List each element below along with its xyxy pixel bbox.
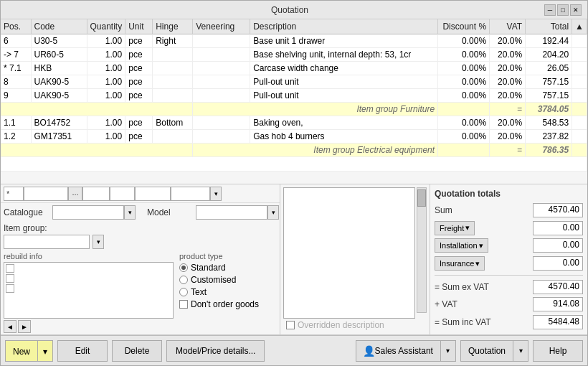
cell-veneer (193, 75, 250, 89)
installation-btn[interactable]: Installation ▾ (435, 238, 488, 253)
veneering-dropdown-btn[interactable]: ▾ (210, 187, 222, 201)
quotation-arrow[interactable]: ▾ (513, 341, 528, 361)
scroll-col-header: ▲ (572, 19, 587, 34)
item-input-row: ... ▾ (1, 184, 280, 203)
radio-customised[interactable] (179, 276, 188, 284)
cell-scroll (572, 130, 587, 144)
cell-vat: 20.0% (490, 116, 526, 130)
table-row[interactable]: 1.1 BO14752 1.00 pce Bottom Baking oven,… (1, 116, 587, 130)
cell-scroll (572, 48, 587, 62)
sales-assistant-button[interactable]: 👤 Sales Assistant (356, 341, 441, 361)
item-group-dropdown-btn[interactable]: ▾ (93, 235, 104, 249)
rebuild-checkbox-2[interactable] (6, 274, 14, 283)
sum-inc-vat-row: = Sum inc VAT 5484.48 (435, 314, 583, 330)
cell-unit: pce (125, 89, 153, 103)
model-select-control: ▾ (196, 205, 279, 220)
table-row-empty[interactable] (1, 157, 587, 172)
col-header-pos: Pos. (1, 19, 31, 34)
close-button[interactable]: ✕ (570, 4, 582, 16)
table-row[interactable]: 6 U30-5 1.00 pce Right Base unit 1 drawe… (1, 34, 587, 48)
cell-disc: 0.00% (438, 75, 490, 89)
rebuild-left: rebuild info (4, 252, 174, 333)
rebuild-prev-btn[interactable]: ◄ (4, 320, 16, 333)
sales-assistant-arrow[interactable]: ▾ (441, 341, 455, 361)
freight-arrow-icon: ▾ (465, 223, 470, 233)
cell-unit: pce (125, 48, 153, 62)
catalogue-dropdown-btn[interactable]: ▾ (124, 205, 136, 220)
catalogue-input[interactable] (52, 205, 124, 220)
new-button-group: New ▾ (5, 340, 53, 362)
help-button[interactable]: Help (533, 340, 583, 362)
cell-desc: Base unit 1 drawer (250, 34, 438, 48)
table-row[interactable]: -> 7 UR60-5 1.00 pce Base shelving unit,… (1, 48, 587, 62)
overridden-checkbox[interactable] (286, 321, 295, 329)
cell-pos: 9 (1, 89, 31, 103)
totals-panel: Quotation totals Sum 4570.40 Freight ▾ 0… (430, 184, 587, 334)
item-group-input[interactable] (4, 235, 90, 249)
table-row[interactable]: * 7.1 HKB 1.00 pce Carcase width change … (1, 62, 587, 75)
cell-total: 548.53 (526, 116, 572, 130)
quantity-input[interactable] (82, 187, 110, 201)
rebuild-next-btn[interactable]: ► (18, 320, 31, 333)
delete-button[interactable]: Delete (112, 340, 162, 362)
new-button[interactable]: New (6, 341, 38, 362)
quotation-table: Pos. Code Quantity Unit Hinge Veneering … (1, 19, 587, 172)
code-lookup-btn[interactable]: ... (68, 187, 82, 201)
new-dropdown-arrow[interactable]: ▾ (38, 341, 52, 362)
cell-desc: Base shelving unit, internal depth: 53, … (250, 48, 438, 62)
edit-button[interactable]: Edit (57, 340, 108, 362)
restore-button[interactable]: □ (557, 4, 569, 16)
insurance-value: 0.00 (533, 256, 583, 271)
veneering-input[interactable] (171, 187, 210, 201)
radio-text[interactable] (179, 288, 188, 296)
unit-input[interactable] (110, 187, 135, 201)
cell-disc: 0.00% (438, 116, 490, 130)
cell-code: U30-5 (31, 34, 87, 48)
cell-qty: 1.00 (87, 116, 125, 130)
col-header-total: Total (526, 19, 572, 34)
sum-inc-vat-value: 5484.48 (533, 315, 583, 329)
radio-standard[interactable] (179, 263, 188, 272)
toolbar: New ▾ Edit Delete Model/Price details...… (1, 335, 587, 365)
cell-pos: 1.1 (1, 116, 31, 130)
dont-order-checkbox[interactable] (179, 300, 188, 309)
cell-qty: 1.00 (87, 130, 125, 144)
cell-veneer (193, 130, 250, 144)
cell-pos: 6 (1, 34, 31, 48)
cell-pos: 8 (1, 75, 31, 89)
model-dropdown-btn[interactable]: ▾ (267, 205, 279, 220)
col-header-hinge: Hinge (153, 19, 193, 34)
group-scroll (572, 144, 587, 157)
cell-hinge (153, 89, 193, 103)
product-type-section: product type Standard Customised Text (176, 252, 277, 333)
minimize-button[interactable]: ─ (544, 4, 556, 16)
table-row[interactable]: 8 UAK90-5 1.00 pce Pull-out unit 0.00% 2… (1, 75, 587, 89)
description-scrollbar[interactable] (417, 187, 427, 313)
table-row[interactable]: 9 UAK90-5 1.00 pce Pull-out unit 0.00% 2… (1, 89, 587, 103)
description-textarea[interactable] (283, 187, 415, 319)
rebuild-list[interactable] (4, 262, 174, 319)
pos-input[interactable] (4, 187, 24, 201)
rebuild-checkbox-3[interactable] (6, 284, 14, 293)
table-row[interactable]: Item group Electrical equipment = 786.35 (1, 144, 587, 157)
cell-hinge: Right (153, 34, 193, 48)
product-type-label: product type (179, 252, 277, 261)
catalogue-row: Catalogue ▾ Model ▾ ... (1, 203, 280, 222)
code-input[interactable] (24, 187, 68, 201)
hinge-input[interactable] (135, 187, 171, 201)
table-row[interactable]: Item group Furniture = 3784.05 (1, 103, 587, 116)
model-input[interactable] (196, 205, 267, 220)
rebuild-checkbox-1[interactable] (6, 264, 14, 273)
quotation-button[interactable]: Quotation (461, 341, 513, 361)
freight-btn[interactable]: Freight ▾ (435, 221, 475, 235)
cell-veneer (193, 116, 250, 130)
insurance-btn[interactable]: Insurance ▾ (435, 256, 485, 271)
item-group-row: Item group: (1, 222, 280, 235)
cell-pos: * 7.1 (1, 62, 31, 75)
totals-title: Quotation totals (435, 189, 583, 199)
insurance-label: Insurance (440, 259, 474, 268)
sum-ex-vat-label: = Sum ex VAT (435, 282, 533, 292)
cell-disc: 0.00% (438, 130, 490, 144)
table-row[interactable]: 1.2 GM17351 1.00 pce Gas hob 4 burners 0… (1, 130, 587, 144)
model-price-button[interactable]: Model/Price details... (166, 340, 265, 362)
